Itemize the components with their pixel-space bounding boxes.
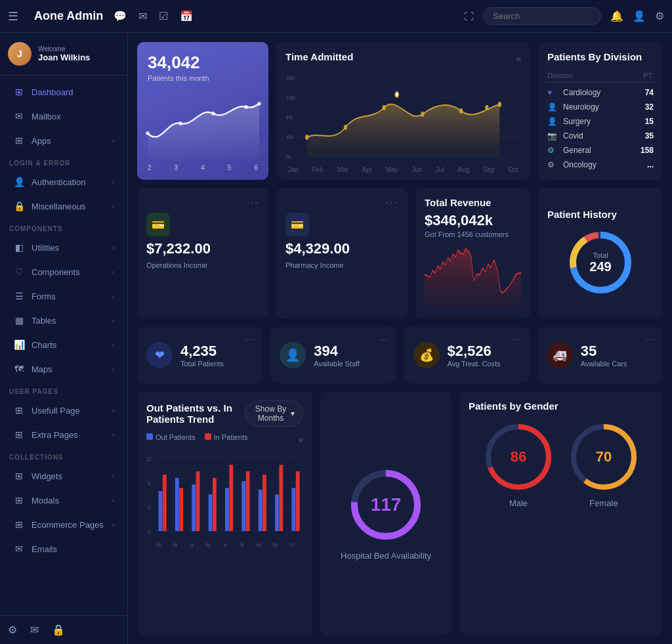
sidebar-item-mailbox[interactable]: ✉ Mailbox [4, 104, 123, 128]
mail-icon[interactable]: ✉ [138, 10, 147, 22]
sidebar-item-forms[interactable]: ☰ Forms › [4, 284, 123, 308]
brand-title: Aone Admin [34, 9, 103, 23]
pharmacy-menu-icon[interactable]: ··· [285, 197, 398, 209]
components-icon: ♡ [13, 266, 25, 278]
stat-available-staff: ··· 👤 394 Available Staff [270, 327, 396, 383]
calendar-icon[interactable]: 📅 [180, 10, 193, 22]
sidebar-item-authentication[interactable]: 👤 Authentication › [4, 170, 123, 194]
sidebar-item-emails[interactable]: ✉ Emails [4, 537, 123, 561]
operations-label: Operations Income [146, 261, 259, 269]
auth-arrow-icon: › [112, 179, 114, 186]
x-axis-labels: JanFebMarAprMayJunJulAugSepOct [285, 166, 521, 173]
money-icon: 💰 [413, 342, 440, 368]
staff-number: 394 [314, 343, 360, 360]
svg-rect-39 [192, 484, 196, 531]
bell-icon[interactable]: 🔔 [610, 10, 623, 22]
ecommerce-icon: ⊞ [13, 519, 25, 530]
sidebar-item-maps[interactable]: 🗺 Maps › [4, 357, 123, 381]
sidebar-item-miscellaneous[interactable]: 🔒 Miscellaneous › [4, 194, 123, 218]
svg-text:0K: 0K [286, 154, 291, 161]
in-patients-legend-label: In Patients [214, 433, 248, 441]
menu-icon[interactable]: ☰ [8, 9, 18, 24]
svg-text:40K: 40K [286, 134, 293, 141]
history-donut-center: Total 249 [589, 251, 611, 274]
sidebar-item-apps[interactable]: ⊞ Apps › [4, 129, 123, 152]
topnav-right-icons: 🔔 👤 ⚙ [610, 10, 664, 22]
usefull-arrow-icon: › [112, 407, 114, 414]
show-by-chevron-icon: ▾ [291, 409, 295, 418]
svg-point-4 [257, 102, 261, 106]
svg-text:Aug: Aug [256, 542, 261, 548]
operations-menu-icon[interactable]: ··· [146, 197, 259, 209]
svg-text:60: 60 [148, 504, 151, 511]
svg-rect-52 [296, 471, 300, 531]
widgets-icon: ⊞ [13, 470, 25, 482]
authentication-icon: 👤 [13, 176, 25, 188]
avatar: J [8, 42, 32, 66]
sidebar: J Welcome Joan Wilkins ⊞ Dashboard ✉ Mai… [0, 33, 128, 644]
sidebar-item-widgets[interactable]: ⊞ Widgets › [4, 464, 123, 488]
profile-text: Welcome Joan Wilkins [38, 45, 90, 62]
user-icon[interactable]: 👤 [633, 10, 646, 22]
footer-settings-icon[interactable]: ⚙ [8, 624, 17, 636]
charts-icon: 📊 [13, 339, 25, 351]
time-chart: 160K 120K 80K 40K 0K [285, 72, 521, 163]
show-by-button[interactable]: Show By Months ▾ [245, 400, 303, 427]
extra-icon: ⊞ [13, 429, 25, 440]
stat1-menu-icon[interactable]: ··· [245, 333, 255, 344]
in-patients-legend-dot [205, 433, 211, 440]
general-icon: ⚙ [547, 146, 558, 155]
ecommerce-arrow-icon: › [112, 521, 114, 528]
svg-rect-47 [259, 490, 262, 531]
time-admitted-menu-icon[interactable]: ≡ [516, 54, 521, 64]
division-header: Division PT. [547, 69, 654, 83]
sidebar-item-components[interactable]: ♡ Components › [4, 260, 123, 284]
surgery-icon: 👤 [547, 117, 558, 126]
card-gender: Patients by Gender 86 Male [459, 391, 663, 635]
sidebar-item-charts[interactable]: 📊 Charts › [4, 333, 123, 356]
row1: 34,042 Patients this month [137, 42, 663, 180]
sidebar-item-ecommerce[interactable]: ⊞ Ecommerce Pages › [4, 513, 123, 536]
pt-col-header: PT. [643, 72, 654, 79]
search-input[interactable] [483, 7, 601, 25]
sidebar-item-tables[interactable]: ▦ Tables › [4, 309, 123, 332]
sidebar-item-dashboard[interactable]: ⊞ Dashboard [4, 80, 123, 104]
card-patients-division: Patients By Division Division PT. ♥ Card… [538, 42, 663, 180]
main-layout: J Welcome Joan Wilkins ⊞ Dashboard ✉ Mai… [0, 33, 672, 644]
maps-icon: 🗺 [13, 363, 25, 375]
card-patients-month: 34,042 Patients this month [137, 42, 268, 180]
sidebar-item-usefull-page[interactable]: ⊞ Usefull Page › [4, 398, 123, 422]
sidebar-footer: ⚙ ✉ 🔒 [0, 615, 127, 644]
trend-menu-icon[interactable]: ≡ [298, 435, 303, 445]
sidebar-item-extra-pages[interactable]: ⊞ Extra Pages › [4, 423, 123, 446]
topnav: ☰ Aone Admin 💬 ✉ ☑ 📅 ⛶ 🔔 👤 ⚙ [0, 0, 672, 33]
out-patients-legend-label: Out Patients [156, 433, 196, 441]
pharmacy-label: Pharmacy Income [285, 261, 398, 269]
stat4-menu-icon[interactable]: ··· [645, 333, 655, 344]
fullscreen-icon[interactable]: ⛶ [464, 11, 474, 22]
card-patient-history: Patient History Total 249 [538, 188, 663, 319]
svg-rect-42 [213, 478, 217, 531]
svg-rect-38 [179, 488, 183, 531]
svg-text:Mar: Mar [173, 542, 178, 548]
extra-arrow-icon: › [112, 431, 114, 439]
footer-lock-icon[interactable]: 🔒 [52, 624, 65, 636]
sidebar-item-utilities[interactable]: ◧ Utilities › [4, 236, 123, 259]
stat3-menu-icon[interactable]: ··· [512, 333, 522, 344]
tasks-icon[interactable]: ☑ [159, 10, 168, 22]
chat-icon[interactable]: 💬 [114, 10, 127, 22]
svg-text:Apr: Apr [190, 542, 194, 548]
footer-mail-icon[interactable]: ✉ [30, 624, 39, 636]
stat2-menu-icon[interactable]: ··· [379, 333, 388, 344]
division-title: Patients By Division [547, 51, 654, 62]
card-pharmacy-income: ··· 💳 $4,329.00 Pharmacy Income [276, 188, 408, 319]
svg-text:120K: 120K [286, 95, 295, 102]
svg-rect-36 [163, 475, 167, 531]
female-number: 70 [596, 448, 612, 465]
card-hospital-bed: 117 Hospital Bed Availability [320, 391, 452, 635]
costs-number: $2,526 [448, 343, 501, 360]
gear-icon[interactable]: ⚙ [655, 10, 664, 22]
sidebar-item-modals[interactable]: ⊞ Modals › [4, 488, 123, 512]
svg-text:Sep: Sep [272, 542, 278, 548]
tables-icon: ▦ [13, 314, 25, 326]
